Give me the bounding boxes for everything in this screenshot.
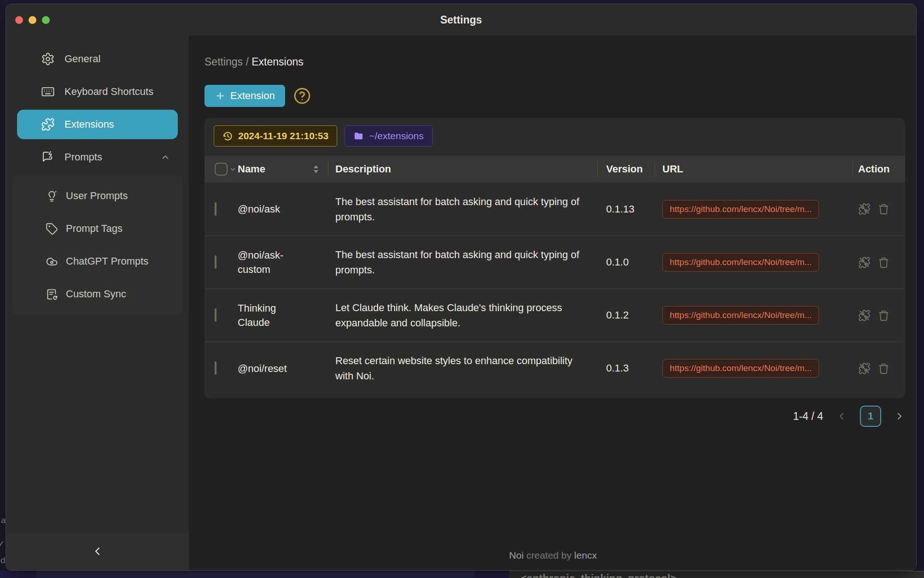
pagination-summary: 1-4 / 4 (793, 410, 823, 423)
row-checkbox[interactable] (215, 202, 216, 216)
extension-version: 0.1.3 (597, 362, 655, 374)
background-edge-checkmark: ✓ (0, 538, 5, 550)
folder-icon (353, 131, 364, 142)
sidebar-footer (6, 532, 189, 570)
row-checkbox[interactable] (215, 255, 216, 269)
extension-description: Reset certain website styles to enhance … (328, 353, 597, 383)
extension-url-link[interactable]: https://github.com/lencx/Noi/tree/m... (662, 200, 819, 218)
column-header-url: URL (662, 163, 683, 175)
sort-control[interactable] (312, 164, 320, 175)
footer-text: created by (524, 550, 574, 560)
extension-description: The best assistant for batch asking and … (328, 247, 597, 277)
pagination-page-1-button[interactable]: 1 (860, 406, 881, 427)
sidebar: General Keyboard Shortcuts Extensions Pr… (6, 35, 189, 570)
delete-extension-icon[interactable] (877, 309, 890, 322)
sidebar-item-extensions[interactable]: Extensions (17, 110, 178, 139)
background-edge-letter: d (0, 555, 6, 566)
timestamp-text: 2024-11-19 21:10:53 (238, 130, 328, 142)
help-icon[interactable] (293, 87, 311, 105)
row-checkbox[interactable] (215, 308, 216, 322)
directory-text: ~/extensions (369, 130, 424, 142)
gear-icon (41, 52, 55, 66)
sidebar-item-label: Extensions (64, 118, 114, 130)
sidebar-item-user-prompts[interactable]: User Prompts (12, 181, 182, 211)
extension-name: Thinking Claude (238, 301, 328, 330)
extension-row: @noi/ask-custom The best assistant for b… (205, 236, 905, 289)
settings-window: Settings General Keyboard Shortcuts Exte… (6, 4, 917, 571)
window-title: Settings (440, 14, 482, 26)
extension-url-link[interactable]: https://github.com/lencx/Noi/tree/m... (662, 359, 819, 377)
minimize-window-button[interactable] (29, 16, 36, 24)
disable-extension-icon[interactable] (858, 309, 871, 322)
tag-icon (46, 223, 58, 235)
sidebar-item-keyboard-shortcuts[interactable]: Keyboard Shortcuts (17, 77, 178, 106)
document-sync-icon (46, 288, 58, 301)
sidebar-item-prompt-tags[interactable]: Prompt Tags (12, 214, 182, 243)
sidebar-item-label: ChatGPT Prompts (66, 255, 148, 267)
toolbar: Extension (205, 85, 905, 107)
table-meta-row: 2024-11-19 21:10:53 ~/extensions (205, 125, 905, 156)
background-window-fragment (0, 571, 36, 578)
disable-extension-icon[interactable] (858, 203, 871, 215)
delete-extension-icon[interactable] (877, 256, 890, 269)
footer-app-link[interactable]: Noi (509, 550, 524, 560)
disable-extension-icon[interactable] (858, 362, 871, 375)
background-desktop-strip: <anthropic_thinking_protocol> (0, 571, 924, 578)
breadcrumb-settings-link[interactable]: Settings (205, 56, 243, 68)
add-extension-button[interactable]: Extension (205, 85, 285, 107)
add-extension-label: Extension (230, 90, 275, 102)
main-content: Settings / Extensions Extension 2024-11-… (189, 35, 917, 570)
extension-description: Let Claude think. Makes Claude's thinkin… (328, 300, 597, 330)
footer-author-link[interactable]: lencx (574, 550, 597, 560)
plus-icon (215, 90, 226, 101)
chevron-left-icon (836, 411, 847, 422)
delete-extension-icon[interactable] (877, 203, 890, 215)
lightbulb-icon (46, 190, 58, 202)
background-code-window: <anthropic_thinking_protocol> (509, 571, 924, 578)
clock-icon (222, 131, 233, 142)
extension-row: Thinking Claude Let Claude think. Makes … (205, 289, 905, 342)
puzzle-icon (41, 118, 55, 131)
directory-badge[interactable]: ~/extensions (345, 125, 433, 147)
close-window-button[interactable] (15, 16, 23, 24)
sidebar-item-label: User Prompts (66, 190, 128, 202)
sort-arrows-icon (312, 164, 320, 175)
extension-name: @noi/reset (238, 361, 328, 376)
traffic-lights (15, 4, 50, 35)
column-header-action: Action (858, 163, 889, 175)
extension-description: The best assistant for batch asking and … (328, 194, 597, 224)
prompts-submenu: User Prompts Prompt Tags ChatGPT Prompts… (12, 175, 182, 315)
sidebar-item-custom-sync[interactable]: Custom Sync (12, 279, 182, 309)
sidebar-item-chatgpt-prompts[interactable]: ChatGPT Prompts (12, 247, 182, 276)
extensions-table-card: 2024-11-19 21:10:53 ~/extensions (205, 118, 905, 398)
extension-row: @noi/ask The best assistant for batch as… (205, 183, 905, 236)
timestamp-badge[interactable]: 2024-11-19 21:10:53 (214, 125, 337, 147)
pagination: 1-4 / 4 1 (205, 406, 905, 427)
extension-version: 0.1.2 (597, 309, 655, 321)
extension-version: 0.1.0 (597, 256, 655, 268)
column-header-description: Description (335, 163, 391, 175)
app-footer: Noi created by lencx (189, 550, 917, 561)
sidebar-item-general[interactable]: General (17, 44, 178, 74)
chevron-down-icon[interactable] (229, 166, 236, 173)
row-checkbox[interactable] (215, 361, 216, 375)
sidebar-item-label: Prompt Tags (66, 223, 123, 235)
pagination-prev-button[interactable] (836, 411, 847, 422)
chevron-up-icon[interactable] (160, 152, 170, 162)
sidebar-item-label: General (64, 53, 100, 65)
maximize-window-button[interactable] (42, 16, 50, 24)
disable-extension-icon[interactable] (858, 256, 871, 269)
extension-url-link[interactable]: https://github.com/lencx/Noi/tree/m... (662, 253, 819, 271)
prompt-bubble-icon (41, 150, 55, 164)
select-all-checkbox[interactable] (215, 163, 228, 176)
sidebar-collapse-icon[interactable] (91, 545, 104, 558)
pagination-next-button[interactable] (894, 411, 905, 422)
delete-extension-icon[interactable] (877, 362, 890, 375)
column-header-name: Name (238, 163, 265, 175)
background-window-fragment (474, 571, 509, 578)
extension-url-link[interactable]: https://github.com/lencx/Noi/tree/m... (662, 306, 819, 324)
breadcrumb-separator: / (243, 56, 251, 68)
sidebar-item-label: Custom Sync (66, 288, 126, 300)
sidebar-item-prompts[interactable]: Prompts (17, 142, 178, 172)
column-header-version: Version (606, 163, 643, 175)
